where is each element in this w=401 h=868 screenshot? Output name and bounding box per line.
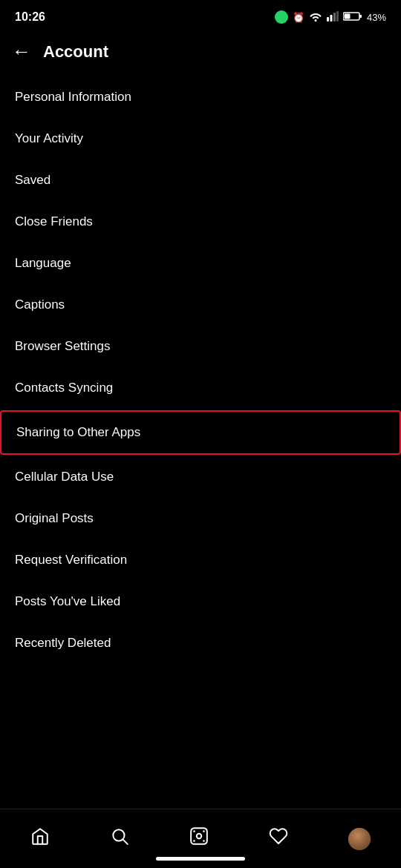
svg-rect-0: [327, 17, 329, 22]
svg-point-11: [193, 830, 195, 832]
nav-profile[interactable]: [336, 822, 382, 856]
svg-point-10: [197, 834, 202, 839]
status-time: 10:26: [15, 10, 45, 24]
search-icon: [110, 826, 129, 851]
status-icons: ⏰ 43%: [275, 10, 386, 24]
menu-list: Personal InformationYour ActivitySavedCl…: [0, 76, 401, 664]
menu-item-contacts-syncing[interactable]: Contacts Syncing: [0, 367, 401, 409]
wifi-icon: [309, 11, 322, 24]
home-icon: [30, 826, 50, 851]
battery-icon: [343, 11, 362, 24]
menu-item-your-activity[interactable]: Your Activity: [0, 118, 401, 160]
svg-rect-6: [344, 13, 350, 19]
menu-item-saved[interactable]: Saved: [0, 160, 401, 201]
menu-item-language[interactable]: Language: [0, 243, 401, 284]
menu-item-sharing-to-other-apps[interactable]: Sharing to Other Apps: [0, 410, 401, 455]
svg-rect-2: [333, 13, 336, 22]
svg-point-14: [203, 840, 205, 842]
menu-item-recently-deleted[interactable]: Recently Deleted: [0, 622, 401, 664]
alarm-icon: ⏰: [293, 12, 304, 23]
svg-rect-3: [336, 11, 339, 22]
menu-item-request-verification[interactable]: Request Verification: [0, 539, 401, 581]
svg-point-12: [203, 830, 205, 832]
menu-item-browser-settings[interactable]: Browser Settings: [0, 326, 401, 367]
menu-item-personal-information[interactable]: Personal Information: [0, 76, 401, 118]
nav-activity[interactable]: [257, 821, 300, 857]
menu-item-cellular-data-use[interactable]: Cellular Data Use: [0, 456, 401, 498]
nav-reels[interactable]: [177, 821, 221, 857]
header: ← Account: [0, 33, 401, 76]
reels-icon: [189, 826, 209, 851]
svg-rect-5: [359, 15, 362, 18]
menu-item-posts-youve-liked[interactable]: Posts You've Liked: [0, 581, 401, 622]
bottom-nav: [0, 809, 401, 868]
status-bar: 10:26 ⏰ 43%: [0, 0, 401, 33]
heart-icon: [269, 826, 288, 851]
svg-line-8: [123, 840, 128, 844]
page-title: Account: [43, 42, 108, 62]
svg-point-13: [193, 840, 195, 842]
menu-item-original-posts[interactable]: Original Posts: [0, 498, 401, 539]
svg-rect-9: [191, 828, 207, 844]
menu-item-captions[interactable]: Captions: [0, 284, 401, 326]
svg-rect-1: [330, 15, 332, 22]
whatsapp-icon: [275, 10, 288, 24]
signal-icon: [327, 11, 339, 24]
battery-percent: 43%: [367, 12, 386, 23]
menu-item-close-friends[interactable]: Close Friends: [0, 201, 401, 243]
home-indicator: [156, 857, 245, 861]
back-button[interactable]: ←: [12, 40, 31, 63]
profile-avatar: [348, 828, 371, 850]
nav-search[interactable]: [98, 821, 141, 857]
nav-home[interactable]: [19, 821, 62, 857]
